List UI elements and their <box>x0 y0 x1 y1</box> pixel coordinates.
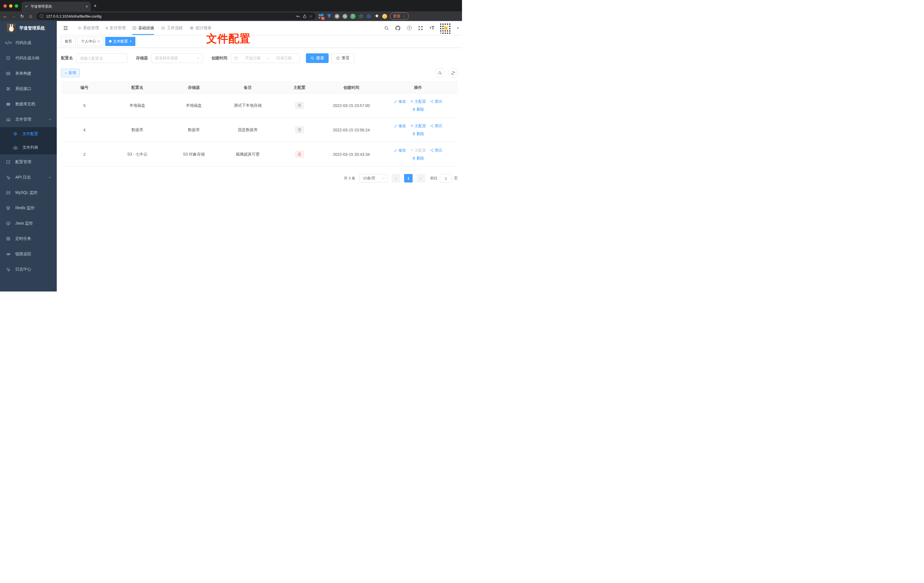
edit-button[interactable]: 修改 <box>394 99 406 104</box>
window-controls[interactable] <box>0 4 21 12</box>
sidebar-item-file-config[interactable]: ⚙ 文件配置 <box>0 127 57 141</box>
nav-item-workflow[interactable]: 工作流程 <box>157 21 186 35</box>
update-label: 更新 <box>393 13 401 19</box>
back-icon[interactable]: ← <box>2 13 8 19</box>
bookmark-star-icon[interactable]: ☆ <box>309 14 312 18</box>
doc-edit-icon <box>6 175 11 180</box>
master-config-button[interactable]: 主配置 <box>410 124 426 129</box>
sidebar-item-file-list[interactable]: 文件列表 <box>0 141 57 154</box>
extension-star-icon[interactable] <box>358 14 363 19</box>
site-info-icon[interactable]: i <box>40 14 44 18</box>
extension-command-icon[interactable]: ⌘ <box>335 14 340 19</box>
browser-update-button[interactable]: 更新 ⋮ <box>390 13 409 20</box>
tab-close-icon[interactable]: × <box>86 4 88 9</box>
sidebar-item-db-doc[interactable]: 数据库文档 <box>0 96 57 112</box>
url-text[interactable]: 127.0.0.1:1024/infra/file/file-config <box>46 14 294 18</box>
sidebar-item-java-monitor[interactable]: Java 监控 <box>0 216 57 231</box>
new-tab-button[interactable]: + <box>91 3 101 12</box>
page-number-current[interactable]: 1 <box>404 174 412 183</box>
sidebar-item-code-gen-demo[interactable]: 代码生成示例 <box>0 51 57 66</box>
share-icon[interactable] <box>302 14 307 18</box>
chart-line-icon <box>6 190 11 195</box>
next-page-button[interactable]: › <box>417 174 425 183</box>
total-count: 共 3 条 <box>344 176 355 181</box>
app-logo[interactable]: 芋道管理系统 <box>0 21 57 35</box>
extension-kite-icon[interactable] <box>327 14 332 19</box>
nav-item-pay[interactable]: ¥ 支付管理 <box>102 21 129 35</box>
master-config-button[interactable]: 主配置 <box>410 99 426 104</box>
sidebar-item-redis-monitor[interactable]: Redis 监控 <box>0 200 57 216</box>
tag-profile[interactable]: 个人中心 × <box>78 37 104 46</box>
close-icon[interactable]: × <box>97 39 100 43</box>
home-icon[interactable]: ⌂ <box>28 13 33 19</box>
extension-y-icon[interactable]: Y <box>350 14 355 19</box>
eye-icon <box>6 252 11 257</box>
goto-page-input[interactable] <box>440 174 452 183</box>
start-date-placeholder[interactable]: 开始日期 <box>240 56 265 61</box>
forward-icon[interactable]: → <box>11 13 16 19</box>
show-search-button[interactable] <box>435 68 445 78</box>
sidebar-item-scheduled-tasks[interactable]: 定时任务 <box>0 231 57 246</box>
reset-button[interactable]: 重置 <box>332 53 354 63</box>
file-manage-submenu: ⚙ 文件配置 文件列表 <box>0 127 57 154</box>
sidebar-item-system-api[interactable]: 系统接口 <box>0 81 57 96</box>
close-icon[interactable]: × <box>130 39 132 43</box>
address-bar[interactable]: i 127.0.0.1:1024/infra/file/file-config … <box>36 13 316 20</box>
storage-select[interactable]: 请选择存储器 <box>151 53 203 63</box>
test-button[interactable]: 测试 <box>430 148 442 153</box>
prev-page-button[interactable]: ‹ <box>392 174 400 183</box>
sidebar-item-mysql-monitor[interactable]: MySQL 监控 <box>0 185 57 200</box>
nav-item-system[interactable]: ¥ ⚙ 系统管理 <box>74 21 102 35</box>
end-date-placeholder[interactable]: 结束日期 <box>271 56 297 61</box>
extension-puzzle-icon[interactable] <box>374 14 379 19</box>
chevron-down-icon <box>382 177 385 180</box>
delete-button[interactable]: 删除 <box>412 131 424 137</box>
caret-down-icon[interactable]: ▼ <box>457 27 459 30</box>
search-button[interactable]: 搜索 <box>306 53 328 63</box>
close-window-button[interactable] <box>3 4 7 8</box>
master-config-button-disabled[interactable]: 主配置 <box>410 148 426 153</box>
password-key-icon[interactable] <box>296 14 300 18</box>
edit-button[interactable]: 修改 <box>394 124 406 129</box>
fullscreen-icon[interactable] <box>417 25 424 31</box>
sidebar-item-config-manage[interactable]: 配置管理 <box>0 154 57 170</box>
sidebar-item-api-log[interactable]: API 日志 <box>0 170 57 185</box>
extension-emoji-icon[interactable] <box>382 14 387 19</box>
minimize-window-button[interactable] <box>9 4 13 8</box>
date-range-picker[interactable]: 开始日期 - 结束日期 <box>231 53 300 63</box>
refresh-list-button[interactable] <box>448 68 458 78</box>
extension-eye-icon[interactable] <box>366 14 371 19</box>
user-avatar[interactable] <box>440 22 452 34</box>
github-icon[interactable] <box>395 25 401 31</box>
browser-tab[interactable]: 芋道管理系统 × <box>21 2 91 12</box>
sidebar-item-file-manage[interactable]: 文件管理 <box>0 112 57 127</box>
sidebar-item-trace[interactable]: 链路追踪 <box>0 246 57 262</box>
zoom-window-button[interactable] <box>15 4 18 8</box>
sidebar-item-code-gen[interactable]: </> 代码生成 <box>0 35 57 51</box>
search-icon[interactable] <box>383 25 389 31</box>
delete-button[interactable]: 删除 <box>412 107 424 112</box>
add-button[interactable]: + 新增 <box>61 69 80 77</box>
list-toolbar: + 新增 <box>61 68 458 78</box>
test-button[interactable]: 测试 <box>430 124 442 129</box>
extension-dot-icon[interactable] <box>343 14 347 19</box>
delete-button[interactable]: 删除 <box>412 156 424 161</box>
font-size-icon[interactable]: TT <box>429 25 435 31</box>
tag-home[interactable]: 首页 <box>61 37 76 46</box>
tag-file-config[interactable]: 文件配置 × <box>105 37 136 46</box>
config-name-input[interactable] <box>76 53 127 63</box>
active-dot-icon <box>109 40 112 43</box>
filter-config-name: 配置名 <box>61 53 127 63</box>
edit-button[interactable]: 修改 <box>394 148 406 153</box>
browser-menu-icon[interactable]: ⋮ <box>402 14 406 18</box>
sidebar-collapse-icon[interactable] <box>61 26 70 31</box>
test-button[interactable]: 测试 <box>430 99 442 104</box>
sidebar-item-form-builder[interactable]: 表单构建 <box>0 66 57 81</box>
sidebar-item-log-center[interactable]: 日志中心 <box>0 262 57 277</box>
help-icon[interactable]: ? <box>406 25 412 31</box>
extension-badge-icon[interactable]: 11 <box>319 14 323 19</box>
page-size-select[interactable]: 10条/页 <box>359 174 388 183</box>
table-row: 2 S3 - 七牛云 S3 对象存储 戴佩妮真可爱 是 2022-03-15 2… <box>61 142 458 167</box>
nav-item-infra[interactable]: 基础设施 <box>129 21 157 35</box>
reload-icon[interactable]: ↻ <box>19 13 25 19</box>
